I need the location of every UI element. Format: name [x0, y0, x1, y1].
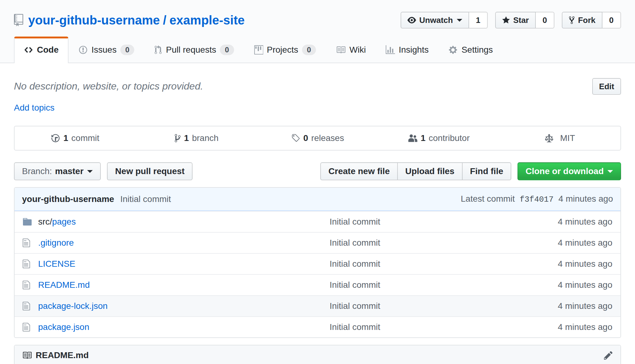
file-age: 4 minutes ago	[490, 259, 620, 269]
file-commit-message-link[interactable]: Initial commit	[330, 238, 380, 248]
file-link[interactable]: LICENSE	[38, 259, 75, 269]
commit-message-link[interactable]: Initial commit	[120, 194, 171, 204]
branch-select-button[interactable]: Branch: master	[14, 162, 101, 180]
tab-settings[interactable]: Settings	[438, 37, 503, 63]
insights-graph-icon	[386, 45, 395, 55]
issues-counter: 0	[120, 45, 134, 55]
file-link[interactable]: package-lock.json	[38, 301, 108, 311]
upload-files-button[interactable]: Upload files	[397, 162, 463, 180]
repo-book-icon	[14, 14, 23, 26]
latest-commit-label: Latest commit	[461, 194, 515, 204]
latest-commit-bar: your-github-username Initial commit Late…	[15, 188, 620, 211]
tab-projects[interactable]: Projects 0	[244, 37, 326, 63]
file-commit-message-link[interactable]: Initial commit	[330, 322, 380, 332]
fork-group: Fork 0	[562, 12, 621, 29]
code-icon	[24, 45, 33, 55]
file-icon	[23, 238, 30, 248]
file-commit-message-link[interactable]: Initial commit	[330, 217, 380, 226]
readme-edit-button[interactable]	[604, 350, 613, 360]
tab-code[interactable]: Code	[14, 37, 69, 63]
find-file-button[interactable]: Find file	[462, 162, 511, 180]
new-pull-request-button[interactable]: New pull request	[107, 162, 193, 180]
edit-button[interactable]: Edit	[592, 78, 621, 95]
file-icon	[23, 280, 30, 290]
people-icon	[408, 134, 418, 143]
commit-author-link[interactable]: your-github-username	[22, 194, 114, 204]
file-link[interactable]: pages	[52, 217, 76, 226]
tab-issues[interactable]: Issues 0	[69, 37, 144, 63]
unwatch-label: Unwatch	[419, 15, 453, 25]
git-pull-request-icon	[154, 45, 162, 55]
tab-wiki[interactable]: Wiki	[326, 37, 376, 63]
file-row: .gitignore Initial commit 4 minutes ago	[15, 232, 620, 253]
clone-or-download-label: Clone or download	[526, 166, 604, 176]
file-row: src/pages Initial commit 4 minutes ago	[15, 211, 620, 232]
readme-box: README.md	[14, 345, 621, 364]
readme-title-label: README.md	[36, 350, 89, 360]
forks-count[interactable]: 0	[602, 12, 621, 29]
file-row: LICENSE Initial commit 4 minutes ago	[15, 253, 620, 274]
watchers-count[interactable]: 1	[469, 12, 488, 29]
stargazers-count[interactable]: 0	[536, 12, 554, 29]
files-box: your-github-username Initial commit Late…	[14, 187, 621, 338]
issue-opened-icon	[78, 45, 88, 55]
tab-settings-label: Settings	[461, 45, 493, 55]
file-age: 4 minutes ago	[490, 322, 620, 332]
file-icon	[23, 322, 30, 332]
releases-stat[interactable]: 0 releases	[257, 126, 378, 150]
file-link[interactable]: .gitignore	[38, 238, 74, 248]
star-group: Star 0	[495, 12, 554, 29]
fork-icon	[569, 16, 575, 24]
tab-insights[interactable]: Insights	[376, 37, 439, 63]
star-icon	[502, 16, 510, 24]
file-age: 4 minutes ago	[490, 238, 620, 248]
commit-sha-link[interactable]: f3f4017	[520, 195, 553, 204]
repo-pagehead: your-github-username / example-site Unwa…	[0, 0, 635, 63]
directory-path-prefix[interactable]: src/	[38, 217, 52, 226]
law-icon	[544, 134, 554, 143]
wiki-book-icon	[336, 45, 346, 55]
file-commit-message-link[interactable]: Initial commit	[330, 280, 380, 290]
star-button[interactable]: Star	[495, 12, 536, 29]
eye-icon	[407, 16, 416, 24]
branches-stat[interactable]: 1 branch	[136, 126, 257, 150]
fork-button[interactable]: Fork	[562, 12, 602, 29]
readme-book-icon	[22, 351, 32, 360]
repo-description: No description, website, or topics provi…	[14, 78, 203, 92]
repo-content: No description, website, or topics provi…	[14, 63, 621, 364]
tab-pull-requests[interactable]: Pull requests 0	[144, 37, 244, 63]
unwatch-button[interactable]: Unwatch	[401, 12, 469, 29]
contributors-label: contributor	[429, 133, 469, 143]
projects-counter: 0	[302, 45, 316, 55]
branches-label: branch	[192, 133, 219, 143]
file-age: 4 minutes ago	[490, 280, 620, 290]
tab-issues-label: Issues	[91, 45, 117, 55]
branch-name-label: master	[55, 166, 84, 176]
file-commit-message-link[interactable]: Initial commit	[330, 259, 380, 269]
tab-projects-label: Projects	[267, 45, 298, 55]
caret-down-icon	[457, 19, 462, 22]
repo-name-link[interactable]: example-site	[170, 13, 245, 27]
commits-stat[interactable]: 1 commit	[15, 126, 136, 150]
pull-requests-counter: 0	[220, 45, 234, 55]
create-new-file-button[interactable]: Create new file	[320, 162, 398, 180]
file-commit-message-link[interactable]: Initial commit	[330, 301, 380, 311]
add-topics-link[interactable]: Add topics	[14, 103, 55, 113]
tab-code-label: Code	[37, 45, 59, 55]
file-icon	[23, 301, 30, 311]
readme-title-link[interactable]: README.md	[22, 350, 89, 360]
file-link[interactable]: package.json	[38, 322, 89, 332]
file-link[interactable]: README.md	[38, 280, 90, 290]
pagehead-actions: Unwatch 1 Star 0 Fork	[401, 12, 621, 29]
license-stat[interactable]: MIT	[499, 126, 620, 150]
file-actions-group: Create new file Upload files Find file	[320, 162, 511, 180]
caret-down-icon	[607, 170, 613, 173]
readme-header: README.md	[15, 345, 620, 364]
file-row: package-lock.json Initial commit 4 minut…	[15, 295, 620, 316]
commits-count: 1	[63, 133, 68, 143]
contributors-stat[interactable]: 1 contributor	[378, 126, 499, 150]
caret-down-icon	[87, 170, 93, 173]
settings-gear-icon	[448, 45, 458, 55]
repo-owner-link[interactable]: your-github-username	[28, 13, 160, 27]
clone-or-download-button[interactable]: Clone or download	[517, 162, 621, 180]
